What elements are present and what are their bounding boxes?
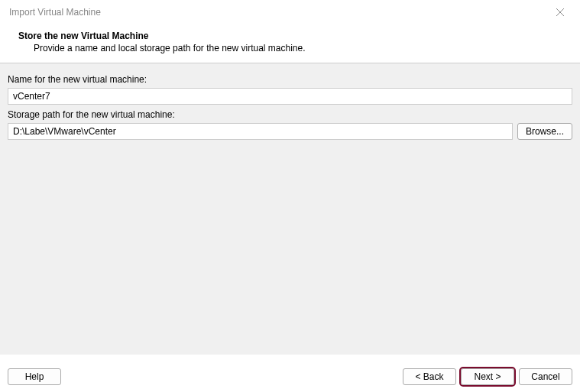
close-icon bbox=[556, 8, 565, 17]
window-title: Import Virtual Machine bbox=[9, 7, 101, 18]
vm-name-input[interactable] bbox=[8, 88, 572, 105]
storage-path-input[interactable] bbox=[8, 123, 513, 140]
vm-name-label: Name for the new virtual machine: bbox=[8, 74, 572, 85]
storage-path-row: Browse... bbox=[8, 123, 572, 140]
close-button[interactable] bbox=[549, 2, 571, 23]
titlebar: Import Virtual Machine bbox=[0, 0, 580, 24]
content-area: Name for the new virtual machine: Storag… bbox=[0, 63, 580, 355]
wizard-footer: Help < Back Next > Cancel bbox=[0, 360, 580, 392]
storage-path-label: Storage path for the new virtual machine… bbox=[8, 109, 572, 120]
cancel-button[interactable]: Cancel bbox=[519, 368, 572, 385]
footer-right: < Back Next > Cancel bbox=[403, 368, 572, 385]
help-button[interactable]: Help bbox=[8, 368, 61, 385]
next-button[interactable]: Next > bbox=[461, 368, 514, 385]
browse-button[interactable]: Browse... bbox=[517, 123, 572, 140]
footer-left: Help bbox=[8, 368, 61, 385]
page-title: Store the new Virtual Machine bbox=[18, 31, 562, 41]
vm-name-row bbox=[8, 88, 572, 105]
page-subtitle: Provide a name and local storage path fo… bbox=[18, 43, 562, 53]
wizard-header: Store the new Virtual Machine Provide a … bbox=[0, 24, 580, 63]
back-button[interactable]: < Back bbox=[403, 368, 456, 385]
